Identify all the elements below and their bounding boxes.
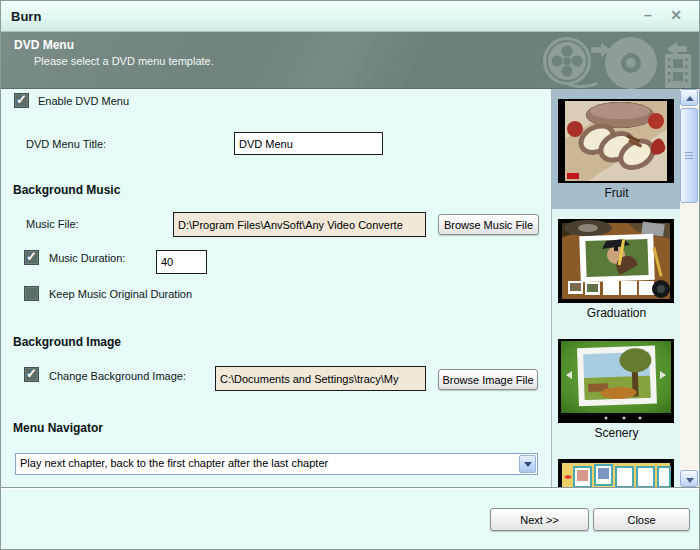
template-label: Scenery: [552, 426, 680, 440]
template-item-scenery[interactable]: Scenery: [552, 329, 680, 449]
browse-music-file-button[interactable]: Browse Music File: [438, 214, 539, 235]
arrow-left-icon: [667, 42, 687, 56]
fruit-thumbnail[interactable]: [558, 99, 674, 183]
film-reel-icon: [543, 37, 597, 88]
scroll-down-icon[interactable]: [680, 470, 698, 487]
music-duration-input[interactable]: [156, 250, 207, 274]
music-file-label: Music File:: [26, 218, 79, 230]
template-label: Fruit: [552, 186, 680, 200]
header-subtitle: Please select a DVD menu template.: [34, 55, 214, 67]
burn-dialog: Burn – ✕ DVD Menu Please select a DVD me…: [0, 0, 700, 550]
template-list: Fruit: [551, 89, 680, 487]
wizard-header: DVD Menu Please select a DVD menu templa…: [1, 32, 699, 89]
change-background-image-label: Change Background Image:: [49, 370, 186, 382]
scenery-thumbnail[interactable]: [558, 339, 674, 423]
title-bar: Burn – ✕: [1, 1, 699, 32]
header-title: DVD Menu: [14, 38, 74, 52]
keep-original-duration-checkbox[interactable]: [24, 286, 39, 301]
keep-original-duration-label: Keep Music Original Duration: [49, 288, 192, 300]
next-button[interactable]: Next >>: [490, 508, 589, 531]
menu-navigator-selected-option: Play next chapter, back to the first cha…: [20, 457, 328, 469]
background-image-heading: Background Image: [13, 335, 121, 349]
window-title: Burn: [11, 9, 41, 24]
scroll-up-icon[interactable]: [680, 89, 698, 106]
menu-navigator-heading: Menu Navigator: [13, 421, 103, 435]
music-file-input[interactable]: [173, 212, 426, 237]
menu-navigator-dropdown[interactable]: Play next chapter, back to the first cha…: [15, 453, 538, 475]
template-item-fruit[interactable]: Fruit: [552, 89, 680, 209]
enable-dvd-menu-checkbox[interactable]: [14, 93, 29, 108]
enable-dvd-menu-label: Enable DVD Menu: [38, 95, 129, 107]
music-duration-checkbox[interactable]: [24, 250, 39, 265]
music-duration-label: Music Duration:: [49, 252, 125, 264]
background-image-input[interactable]: [215, 366, 426, 391]
template-item-partial[interactable]: [552, 449, 680, 487]
film-strip-icon: [665, 54, 691, 88]
close-icon: ✕: [670, 7, 682, 23]
change-background-image-checkbox[interactable]: [24, 367, 39, 382]
disc-icon: [605, 37, 657, 89]
partial-template-image: [558, 459, 674, 487]
graduation-template-image: [558, 219, 674, 303]
minimize-icon: –: [644, 7, 652, 23]
fruit-template-image: [558, 99, 674, 183]
scrollbar-thumb[interactable]: [680, 108, 698, 203]
minimize-button[interactable]: –: [637, 6, 659, 24]
scenery-template-image: [558, 339, 674, 423]
background-music-heading: Background Music: [13, 183, 120, 197]
chevron-down-icon[interactable]: [519, 455, 536, 473]
close-button[interactable]: ✕: [665, 6, 687, 24]
footer-divider: [1, 487, 699, 489]
close-dialog-button[interactable]: Close: [593, 508, 690, 531]
template-label: Graduation: [552, 306, 680, 320]
templates-scrollbar[interactable]: [680, 89, 698, 487]
partial-thumbnail[interactable]: [558, 459, 674, 487]
graduation-thumbnail[interactable]: [558, 219, 674, 303]
dvd-menu-title-label: DVD Menu Title:: [26, 138, 106, 150]
browse-image-file-button[interactable]: Browse Image File: [438, 369, 538, 390]
burn-graphic: [539, 32, 697, 89]
template-item-graduation[interactable]: Graduation: [552, 209, 680, 329]
dvd-menu-title-input[interactable]: [234, 132, 383, 155]
